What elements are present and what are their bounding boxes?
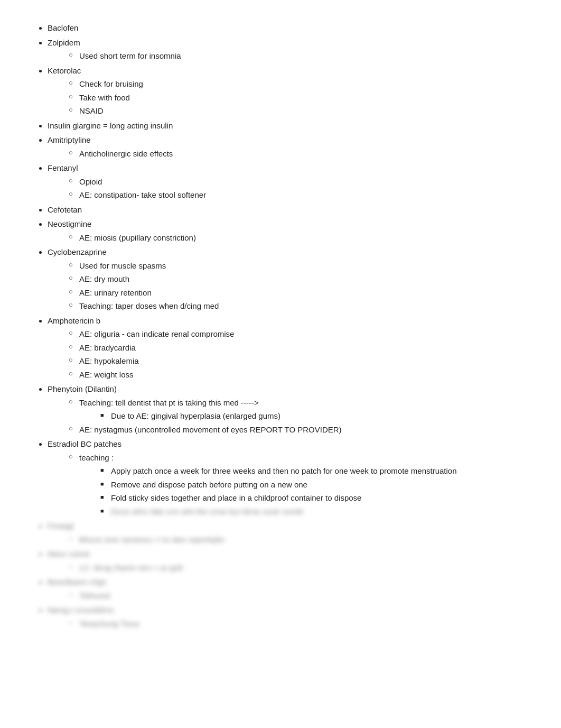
sub-list: Used short term for insomnia: [48, 49, 529, 63]
sub-list: Anticholinergic side effects: [48, 147, 529, 161]
list-item: Zolpidem Used short term for insomnia: [48, 36, 529, 63]
sub-item: AE: urinary retention: [69, 286, 529, 300]
item-label: Estradiol BC patches: [48, 439, 121, 448]
sub-item: LC: dirug rhamn rerc r uo golt: [69, 561, 529, 575]
list-item-blurred: Namg t crounblims Teeachung Tlous: [48, 603, 529, 630]
list-item: Cyclobenzaprine Used for muscle spasms A…: [48, 245, 529, 313]
item-label: Ketorolac: [48, 66, 81, 75]
sub-item-text: AE: urinary retention: [79, 288, 152, 297]
sub-item: Teaching: tell dentist that pt is taking…: [69, 396, 529, 423]
sub-item-text: Teaching: taper doses when d/cing med: [79, 301, 219, 310]
sub-list: AE: oliguria - can indicate renal compro…: [48, 327, 529, 381]
sub-item-text: AE: hypokalemia: [79, 356, 139, 365]
sub-sub-item: Dous whrn tble crm wht the crme bur blrn…: [100, 505, 529, 519]
list-item: Phenytoin (Dilantin) Teaching: tell dent…: [48, 382, 529, 436]
sub-item: teaching : Apply patch once a week for t…: [69, 451, 529, 519]
sub-item-text: Used short term for insomnia: [79, 51, 181, 60]
sub-sub-item: Due to AE: gingival hyperplasia (enlarge…: [100, 409, 529, 423]
sub-item: Used short term for insomnia: [69, 49, 529, 63]
list-item-blurred: Beactbasm crlgn Tethured: [48, 575, 529, 602]
sub-sub-item: Apply patch once a week for three weeks …: [100, 464, 529, 478]
item-label: Finaagl: [48, 521, 73, 530]
sub-sub-item-text: Apply patch once a week for three weeks …: [111, 466, 457, 475]
list-item: Insulin glargine = long acting insulin: [48, 119, 529, 133]
sub-item: AE: constipation- take stool softener: [69, 188, 529, 202]
sub-item-text: AE: constipation- take stool softener: [79, 190, 206, 199]
sub-sub-list: Apply patch once a week for three weeks …: [79, 464, 529, 518]
sub-item: Anticholinergic side effects: [69, 147, 529, 161]
list-item: Fentanyl Opioid AE: constipation- take s…: [48, 161, 529, 202]
medication-list: Baclofen Zolpidem Used short term for in…: [32, 21, 529, 630]
sub-item: Bhuce sme rameess r t to slen sopmhplin: [69, 533, 529, 547]
sub-list: Check for bruising Take with food NSAID: [48, 77, 529, 118]
item-label: Namg t crounblims: [48, 605, 114, 614]
item-label: Neostigmine: [48, 219, 91, 228]
sub-item-text: Check for bruising: [79, 79, 143, 88]
sub-sub-item: Remove and dispose patch before putting …: [100, 478, 529, 492]
sub-item: Check for bruising: [69, 77, 529, 91]
sub-item-text: NSAID: [79, 106, 104, 115]
sub-list: LC: dirug rhamn rerc r uo golt: [48, 561, 529, 575]
sub-list: Opioid AE: constipation- take stool soft…: [48, 175, 529, 202]
sub-list: Used for muscle spasms AE: dry mouth AE:…: [48, 259, 529, 313]
sub-item: AE: oliguria - can indicate renal compro…: [69, 327, 529, 341]
item-label: Zolpidem: [48, 38, 80, 47]
list-item: Cefotetan: [48, 203, 529, 217]
sub-item: Tethured: [69, 589, 529, 603]
sub-item-text: Anticholinergic side effects: [79, 149, 173, 158]
item-label: Mesc cstme: [48, 549, 90, 558]
sub-item: Opioid: [69, 175, 529, 189]
sub-sub-list: Due to AE: gingival hyperplasia (enlarge…: [79, 409, 529, 423]
sub-item-text: AE: oliguria - can indicate renal compro…: [79, 329, 234, 338]
list-item: Estradiol BC patches teaching : Apply pa…: [48, 437, 529, 518]
sub-sub-item-text: Fold sticky sides together and place in …: [111, 493, 361, 502]
sub-sub-item: Fold sticky sides together and place in …: [100, 491, 529, 505]
sub-item: AE: miosis (pupillary constriction): [69, 231, 529, 245]
list-item: Amphotericin b AE: oliguria - can indica…: [48, 314, 529, 382]
item-label: Fentanyl: [48, 163, 78, 172]
item-label: Cyclobenzaprine: [48, 247, 107, 256]
sub-list: Teaching: tell dentist that pt is taking…: [48, 396, 529, 437]
sub-item-text: AE: nystagmus (uncontrolled movement of …: [79, 425, 342, 434]
list-item: Ketorolac Check for bruising Take with f…: [48, 64, 529, 118]
sub-item: Take with food: [69, 91, 529, 105]
sub-item-text: LC: dirug rhamn rerc r uo golt: [79, 563, 183, 572]
sub-item: Teaching: taper doses when d/cing med: [69, 299, 529, 313]
sub-item-text: Take with food: [79, 93, 130, 102]
sub-item-text: AE: weight loss: [79, 370, 134, 379]
list-item-blurred: Mesc cstme LC: dirug rhamn rerc r uo gol…: [48, 547, 529, 574]
sub-item-text: Tethured: [79, 591, 110, 600]
item-label: Insulin glargine = long acting insulin: [48, 121, 173, 130]
sub-list: AE: miosis (pupillary constriction): [48, 231, 529, 245]
list-item-blurred: Finaagl Bhuce sme rameess r t to slen so…: [48, 519, 529, 546]
list-item: Amitriptyline Anticholinergic side effec…: [48, 133, 529, 160]
sub-item-text: AE: dry mouth: [79, 274, 129, 283]
sub-sub-item-text: Due to AE: gingival hyperplasia (enlarge…: [111, 411, 280, 420]
sub-list: Tethured: [48, 589, 529, 603]
sub-item: AE: weight loss: [69, 368, 529, 382]
item-label: Amphotericin b: [48, 316, 100, 325]
sub-item-text: Teaching: tell dentist that pt is taking…: [79, 398, 259, 407]
sub-list: teaching : Apply patch once a week for t…: [48, 451, 529, 519]
sub-item-text: AE: miosis (pupillary constriction): [79, 233, 196, 242]
sub-item: AE: nystagmus (uncontrolled movement of …: [69, 423, 529, 437]
sub-item: AE: bradycardia: [69, 341, 529, 355]
sub-list: Teeachung Tlous: [48, 617, 529, 631]
item-label: Cefotetan: [48, 205, 82, 214]
list-item: Neostigmine AE: miosis (pupillary constr…: [48, 217, 529, 244]
sub-list: Bhuce sme rameess r t to slen sopmhplin: [48, 533, 529, 547]
item-label: Phenytoin (Dilantin): [48, 384, 117, 393]
sub-item-text: Opioid: [79, 177, 102, 186]
sub-item-text: Bhuce sme rameess r t to slen sopmhplin: [79, 535, 225, 544]
sub-item-text: Teeachung Tlous: [79, 619, 139, 628]
item-label: Amitriptyline: [48, 135, 91, 144]
item-label: Beactbasm crlgn: [48, 577, 107, 586]
sub-sub-item-text blurred: Dous whrn tble crm wht the crme bur blrn…: [111, 507, 304, 516]
sub-item-text: Used for muscle spasms: [79, 261, 166, 270]
sub-item-text: AE: bradycardia: [79, 343, 136, 352]
sub-item: Teeachung Tlous: [69, 617, 529, 631]
sub-item-text: teaching :: [79, 453, 114, 462]
sub-item: NSAID: [69, 104, 529, 118]
item-label: Baclofen: [48, 23, 78, 32]
sub-sub-item-text: Remove and dispose patch before putting …: [111, 480, 307, 489]
